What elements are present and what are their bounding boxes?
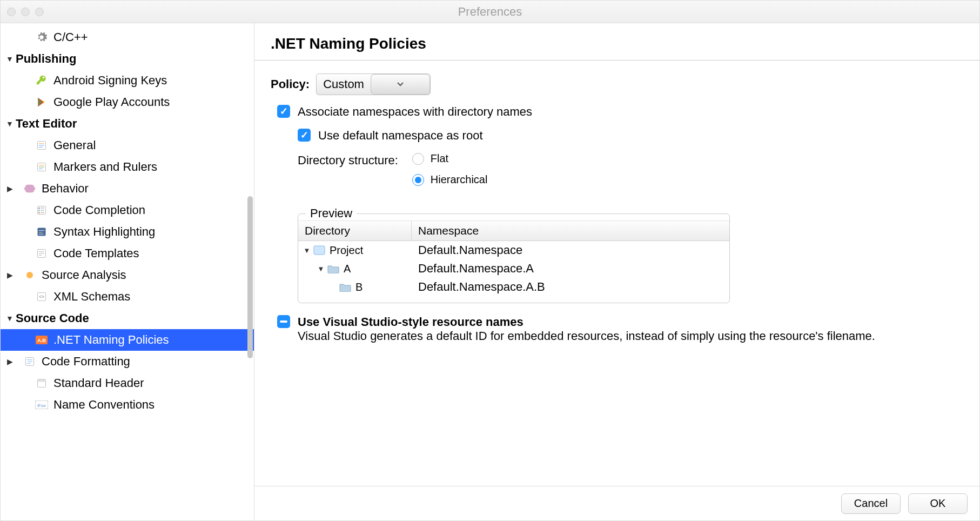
format-icon xyxy=(23,355,36,368)
dot-icon xyxy=(23,269,36,282)
sidebar-item-label: Standard Header xyxy=(53,376,144,390)
cancel-button[interactable]: Cancel xyxy=(841,493,901,514)
sidebar-item-xml-schemas[interactable]: <> XML Schemas xyxy=(1,286,254,308)
column-namespace[interactable]: Namespace xyxy=(412,221,729,241)
sidebar-item-label: Text Editor xyxy=(16,117,77,131)
disclosure-triangle-icon[interactable]: ▼ xyxy=(317,265,325,273)
sidebar-item-label: .NET Naming Policies xyxy=(53,333,169,347)
svg-text:A.B: A.B xyxy=(37,338,46,343)
sidebar-item-label: Code Formatting xyxy=(42,355,130,369)
associate-namespaces-checkbox[interactable] xyxy=(277,105,290,118)
titlebar: Preferences xyxy=(1,1,979,23)
sidebar-item-behavior[interactable]: ▶ Behavior xyxy=(1,178,254,199)
sidebar-item-markers[interactable]: Markers and Rulers xyxy=(1,156,254,178)
xml-icon: <> xyxy=(35,290,48,303)
use-default-root-checkbox[interactable] xyxy=(298,129,311,142)
sidebar-item-android-keys[interactable]: Android Signing Keys xyxy=(1,70,254,91)
svg-rect-15 xyxy=(38,228,46,236)
chevron-down-icon[interactable] xyxy=(371,74,430,95)
svg-point-23 xyxy=(26,272,33,278)
project-icon xyxy=(313,245,325,255)
flat-radio[interactable] xyxy=(412,153,424,165)
associate-namespaces-label: Associate namespaces with directory name… xyxy=(298,105,532,119)
sidebar-section-text-editor[interactable]: ▼ Text Editor xyxy=(1,113,254,135)
sidebar-item-code-templates[interactable]: Code Templates xyxy=(1,243,254,264)
highlight-icon xyxy=(35,225,48,238)
policy-combobox[interactable]: Custom xyxy=(316,74,431,95)
sidebar-item-general[interactable]: General xyxy=(1,135,254,156)
sidebar-item-label: Google Play Accounts xyxy=(53,95,170,109)
hierarchical-radio-label: Hierarchical xyxy=(431,173,488,186)
sidebar-item-source-analysis[interactable]: ▶ Source Analysis xyxy=(1,264,254,286)
svg-rect-11 xyxy=(38,212,40,213)
google-play-icon xyxy=(35,96,48,109)
table-row[interactable]: ▼ A Default.Namespace.A xyxy=(298,259,729,278)
sidebar-item-label: Code Completion xyxy=(53,203,145,217)
policy-label: Policy: xyxy=(271,77,310,91)
disclosure-triangle-icon[interactable]: ▼ xyxy=(4,119,16,128)
sidebar-item-name-conventions[interactable]: iFoo Name Conventions xyxy=(1,394,254,416)
preview-legend: Preview xyxy=(306,206,357,221)
folder-icon xyxy=(339,282,351,292)
sidebar-item-label: General xyxy=(53,138,96,152)
disclosure-triangle-icon[interactable]: ▼ xyxy=(303,246,311,255)
sidebar-item-label: Publishing xyxy=(16,52,76,66)
disclosure-triangle-icon[interactable]: ▶ xyxy=(4,271,16,279)
sidebar-item-standard-header[interactable]: Standard Header xyxy=(1,372,254,394)
vs-resource-names-title: Use Visual Studio-style resource names xyxy=(298,315,875,329)
table-row[interactable]: B Default.Namespace.A.B xyxy=(298,278,729,296)
header-icon xyxy=(35,377,48,390)
disclosure-triangle-icon[interactable]: ▶ xyxy=(4,184,16,193)
ab-icon: A.B xyxy=(35,333,48,346)
sidebar-item-code-completion[interactable]: Code Completion xyxy=(1,199,254,221)
flat-radio-label: Flat xyxy=(431,152,448,165)
sidebar-item-label: Name Conventions xyxy=(53,398,155,412)
sidebar-item-label: Markers and Rulers xyxy=(53,160,157,174)
use-default-root-label: Use default namespace as root xyxy=(318,129,483,143)
sidebar-item-label: Syntax Highlighting xyxy=(53,225,155,239)
sidebar-item-code-formatting[interactable]: ▶ Code Formatting xyxy=(1,351,254,372)
vs-resource-names-description: Visual Studio generates a default ID for… xyxy=(298,329,875,343)
directory-structure-label: Directory structure: xyxy=(298,152,398,168)
svg-text:<>: <> xyxy=(39,294,44,299)
svg-rect-10 xyxy=(38,210,40,211)
preferences-sidebar[interactable]: C/C++ ▼ Publishing Android Signing Keys … xyxy=(1,23,254,520)
sidebar-item-google-play[interactable]: Google Play Accounts xyxy=(1,91,254,113)
preview-group: Preview Directory Namespace ▼ Project De xyxy=(298,206,730,303)
policy-value: Custom xyxy=(317,74,371,95)
vs-resource-names-checkbox[interactable] xyxy=(277,315,290,328)
ruler-icon xyxy=(35,161,48,173)
ok-button[interactable]: OK xyxy=(908,493,968,514)
scrollbar[interactable] xyxy=(247,196,253,358)
column-directory[interactable]: Directory xyxy=(298,221,412,241)
sidebar-item-label: Source Analysis xyxy=(42,268,126,282)
key-icon xyxy=(35,74,48,87)
svg-text:iFoo: iFoo xyxy=(37,403,46,408)
folder-icon xyxy=(327,264,339,273)
ifoo-icon: iFoo xyxy=(35,398,48,411)
svg-rect-36 xyxy=(314,246,325,255)
template-icon xyxy=(35,247,48,260)
sidebar-item-c-cpp[interactable]: C/C++ xyxy=(1,26,254,48)
sidebar-item-label: Code Templates xyxy=(53,246,139,260)
table-row[interactable]: ▼ Project Default.Namespace xyxy=(298,241,729,259)
list-icon xyxy=(35,204,48,217)
disclosure-triangle-icon[interactable]: ▼ xyxy=(4,55,16,63)
page-title: .NET Naming Policies xyxy=(254,23,979,61)
window-title: Preferences xyxy=(1,5,979,19)
sidebar-item-label: Source Code xyxy=(16,311,89,325)
disclosure-triangle-icon[interactable]: ▼ xyxy=(4,314,16,323)
sidebar-item-label: C/C++ xyxy=(53,30,88,44)
sidebar-section-source-code[interactable]: ▼ Source Code xyxy=(1,308,254,329)
gear-icon xyxy=(35,31,48,44)
disclosure-triangle-icon[interactable]: ▶ xyxy=(4,357,16,366)
sidebar-item-net-naming-policies[interactable]: A.B .NET Naming Policies xyxy=(1,329,254,351)
hierarchical-radio[interactable] xyxy=(412,174,424,186)
sidebar-item-label: Behavior xyxy=(42,182,89,196)
sidebar-item-label: Android Signing Keys xyxy=(53,74,167,88)
sidebar-section-publishing[interactable]: ▼ Publishing xyxy=(1,48,254,70)
sidebar-item-label: XML Schemas xyxy=(53,290,130,304)
document-icon xyxy=(35,139,48,152)
sidebar-item-syntax-highlighting[interactable]: Syntax Highlighting xyxy=(1,221,254,243)
svg-rect-33 xyxy=(38,379,46,382)
